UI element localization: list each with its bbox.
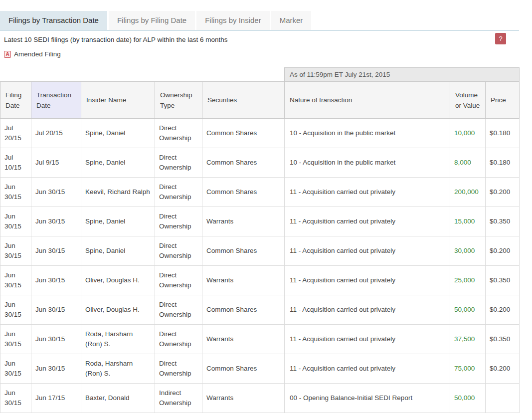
nature-of-transaction-cell: 10 - Acquisition in the public market <box>285 148 450 178</box>
table-row: Jun 30/15 Jun 30/15 Oliver, Douglas H. D… <box>0 295 520 325</box>
table-row: Jul 10/15 Jul 9/15 Spine, Daniel Direct … <box>0 148 520 178</box>
tab-filings-by-filing-date[interactable]: Filings by Filing Date <box>109 11 195 30</box>
insider-name-cell: Spine, Daniel <box>81 148 155 178</box>
tab-marker[interactable]: Marker <box>271 11 312 30</box>
volume-or-value-cell: 15,000 <box>450 207 486 236</box>
ownership-type-cell: Direct Ownership <box>155 236 202 266</box>
nature-of-transaction-cell: 11 - Acquisition carried out privately <box>285 325 450 354</box>
amended-filing-legend: A Amended Filing <box>4 50 519 58</box>
transaction-date-cell: Jul 20/15 <box>31 119 81 148</box>
insider-name-cell: Roda, Harsharn (Ron) S. <box>81 354 155 384</box>
amended-filing-label: Amended Filing <box>14 50 61 58</box>
table-row: Jun 30/15 Jun 30/15 Spine, Daniel Direct… <box>0 236 520 266</box>
volume-or-value-cell: 200,000 <box>450 178 486 207</box>
ownership-type-cell: Direct Ownership <box>155 266 202 295</box>
transaction-date-cell: Jun 30/15 <box>31 266 81 295</box>
securities-cell: Common Shares <box>202 148 285 178</box>
nature-of-transaction-cell: 10 - Acquisition in the public market <box>285 119 450 148</box>
securities-cell: Common Shares <box>202 295 285 325</box>
volume-or-value-cell: 10,000 <box>450 119 486 148</box>
column-header-transaction-date: Transaction Date <box>31 82 81 119</box>
filing-date-cell: Jun 30/15 <box>0 236 31 266</box>
volume-or-value-cell: 37,500 <box>450 325 486 354</box>
insider-name-cell: Oliver, Douglas H. <box>81 295 155 325</box>
price-cell: $0.180 <box>486 119 520 148</box>
ownership-type-cell: Indirect Ownership <box>155 384 202 413</box>
ownership-type-cell: Direct Ownership <box>155 148 202 178</box>
securities-cell: Warrants <box>202 384 285 413</box>
column-header-securities: Securities <box>202 82 285 119</box>
transaction-date-cell: Jun 30/15 <box>31 207 81 236</box>
filing-date-cell: Jul 10/15 <box>0 148 31 178</box>
insider-name-cell: Oliver, Douglas H. <box>81 266 155 295</box>
table-header-row: Filing Date Transaction Date Insider Nam… <box>0 82 520 119</box>
filing-date-cell: Jun 30/15 <box>0 354 31 384</box>
transaction-date-cell: Jun 30/15 <box>31 354 81 384</box>
help-button[interactable]: ? <box>495 33 506 44</box>
column-header-price: Price <box>486 82 520 119</box>
transaction-date-cell: Jun 30/15 <box>31 295 81 325</box>
table-row: Jun 30/15 Jun 30/15 Oliver, Douglas H. D… <box>0 266 520 295</box>
table-row: Jul 20/15 Jul 20/15 Spine, Daniel Direct… <box>0 119 520 148</box>
nature-of-transaction-cell: 11 - Acquisition carried out privately <box>285 295 450 325</box>
price-cell: $0.350 <box>486 207 520 236</box>
filings-table-body: Jul 20/15 Jul 20/15 Spine, Daniel Direct… <box>0 119 520 413</box>
column-header-ownership-type: Ownership Type <box>155 82 202 119</box>
volume-or-value-cell: 75,000 <box>450 354 486 384</box>
ownership-type-cell: Direct Ownership <box>155 178 202 207</box>
price-cell <box>486 384 520 413</box>
price-cell: $0.200 <box>486 295 520 325</box>
tab-filings-by-insider[interactable]: Filings by Insider <box>196 11 270 30</box>
insider-name-cell: Spine, Daniel <box>81 236 155 266</box>
transaction-date-cell: Jul 9/15 <box>31 148 81 178</box>
ownership-type-cell: Direct Ownership <box>155 207 202 236</box>
transaction-date-cell: Jun 30/15 <box>31 236 81 266</box>
filings-table: As of 11:59pm ET July 21st, 2015 Filing … <box>0 67 520 413</box>
insider-name-cell: Roda, Harsharn (Ron) S. <box>81 325 155 354</box>
filing-date-cell: Jun 30/15 <box>0 384 31 413</box>
table-row: Jun 30/15 Jun 30/15 Roda, Harsharn (Ron)… <box>0 354 520 384</box>
filing-date-cell: Jun 30/15 <box>0 178 31 207</box>
filing-date-cell: Jun 30/15 <box>0 266 31 295</box>
securities-cell: Common Shares <box>202 178 285 207</box>
page: Filings by Transaction Date Filings by F… <box>0 11 519 413</box>
insider-name-cell: Spine, Daniel <box>81 207 155 236</box>
securities-cell: Common Shares <box>202 119 285 148</box>
securities-cell: Common Shares <box>202 354 285 384</box>
as-of-row: As of 11:59pm ET July 21st, 2015 <box>0 68 520 82</box>
ownership-type-cell: Direct Ownership <box>155 325 202 354</box>
securities-cell: Warrants <box>202 266 285 295</box>
column-header-volume-or-value: Volume or Value <box>450 82 486 119</box>
table-row: Jun 30/15 Jun 17/15 Baxter, Donald Indir… <box>0 384 520 413</box>
insider-name-cell: Keevil, Richard Ralph <box>81 178 155 207</box>
price-cell: $0.200 <box>486 236 520 266</box>
securities-cell: Warrants <box>202 325 285 354</box>
insider-name-cell: Spine, Daniel <box>81 119 155 148</box>
filing-date-cell: Jun 30/15 <box>0 207 31 236</box>
tab-filings-by-transaction-date[interactable]: Filings by Transaction Date <box>0 11 107 30</box>
nature-of-transaction-cell: 00 - Opening Balance-Initial SEDI Report <box>285 384 450 413</box>
filings-summary-text: Latest 10 SEDI filings (by transaction d… <box>4 33 228 43</box>
column-header-nature-of-transaction: Nature of transaction <box>285 82 450 119</box>
filing-date-cell: Jun 30/15 <box>0 295 31 325</box>
price-cell: $0.200 <box>486 178 520 207</box>
transaction-date-cell: Jun 30/15 <box>31 178 81 207</box>
subtitle-row: Latest 10 SEDI filings (by transaction d… <box>0 33 519 44</box>
price-cell: $0.200 <box>486 354 520 384</box>
nature-of-transaction-cell: 11 - Acquisition carried out privately <box>285 236 450 266</box>
price-cell: $0.350 <box>486 266 520 295</box>
volume-or-value-cell: 25,000 <box>450 266 486 295</box>
tab-bar: Filings by Transaction Date Filings by F… <box>0 11 519 31</box>
table-row: Jun 30/15 Jun 30/15 Roda, Harsharn (Ron)… <box>0 325 520 354</box>
nature-of-transaction-cell: 11 - Acquisition carried out privately <box>285 207 450 236</box>
column-header-filing-date: Filing Date <box>0 82 31 119</box>
ownership-type-cell: Direct Ownership <box>155 119 202 148</box>
table-row: Jun 30/15 Jun 30/15 Spine, Daniel Direct… <box>0 207 520 236</box>
volume-or-value-cell: 50,000 <box>450 384 486 413</box>
column-header-insider-name: Insider Name <box>81 82 155 119</box>
volume-or-value-cell: 30,000 <box>450 236 486 266</box>
nature-of-transaction-cell: 11 - Acquisition carried out privately <box>285 266 450 295</box>
volume-or-value-cell: 50,000 <box>450 295 486 325</box>
filing-date-cell: Jun 30/15 <box>0 325 31 354</box>
nature-of-transaction-cell: 11 - Acquisition carried out privately <box>285 354 450 384</box>
